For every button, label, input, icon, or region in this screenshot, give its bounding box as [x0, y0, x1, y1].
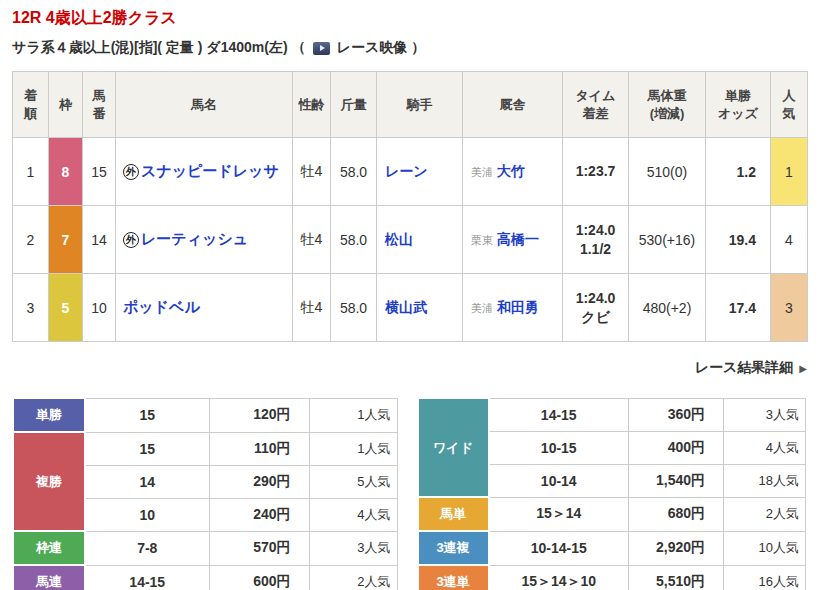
- sex-age-cell: 牡4: [293, 206, 331, 274]
- race-results-table: 着 順 枠 馬 番 馬名 性齢 斤量 騎手 厩舎 タイム 着差 馬体重 (増減)…: [12, 71, 808, 342]
- trainer-link[interactable]: 和田勇: [497, 299, 539, 315]
- payout-combo-cell: 10-15: [489, 431, 629, 464]
- body-weight-cell: 510(0): [629, 138, 706, 206]
- detail-link-label: レース結果詳細: [695, 359, 794, 375]
- video-play-icon: [313, 42, 330, 55]
- col-header-horse-name: 馬名: [116, 72, 293, 138]
- payout-popularity-cell: 5人気: [309, 465, 397, 498]
- stable-cell: 美浦和田勇: [463, 274, 563, 342]
- horse-number-cell: 15: [83, 138, 116, 206]
- col-header-finish: 着 順: [13, 72, 49, 138]
- popularity-cell: 1: [771, 138, 808, 206]
- payout-row: 枠連 7-8 570円 3人気: [13, 531, 397, 565]
- payout-amount-cell: 5,510円: [629, 565, 724, 590]
- result-row-1: 1 8 15 外スナッピードレッサ 牡4 58.0 レーン 美浦大竹 1:23.…: [13, 138, 808, 206]
- foreign-horse-mark-icon: 外: [123, 232, 139, 248]
- trainer-link[interactable]: 高橋一: [497, 231, 539, 247]
- horse-number-cell: 14: [83, 206, 116, 274]
- weight-cell: 58.0: [331, 206, 377, 274]
- sex-age-cell: 牡4: [293, 274, 331, 342]
- payout-popularity-cell: 4人気: [724, 431, 806, 464]
- odds-cell: 1.2: [706, 138, 771, 206]
- right-triangle-icon: ▶: [799, 363, 807, 374]
- foreign-horse-mark-icon: 外: [123, 164, 139, 180]
- payout-row: 複勝 15 110円 1人気: [13, 432, 397, 465]
- sex-age-cell: 牡4: [293, 138, 331, 206]
- odds-cell: 19.4: [706, 206, 771, 274]
- jockey-cell: 横山武: [377, 274, 463, 342]
- payout-table-right: ワイド 14-15 360円 3人気 10-15 400円 4人気 10-14 …: [417, 397, 807, 590]
- payout-amount-cell: 240円: [209, 498, 309, 531]
- race-title: 12R 4歳以上2勝クラス: [12, 8, 807, 29]
- payout-popularity-cell: 3人気: [724, 398, 806, 431]
- payout-combo-cell: 10: [85, 498, 209, 531]
- jockey-link[interactable]: 松山: [385, 231, 413, 247]
- payout-row: 3連複 10-14-15 2,920円 10人気: [418, 531, 806, 565]
- finish-cell: 3: [13, 274, 49, 342]
- horse-name-cell: ポッドベル: [116, 274, 293, 342]
- race-result-page: 12R 4歳以上2勝クラス サラ系４歳以上(混)[指]( 定量 ) ダ1400m…: [0, 0, 819, 590]
- payout-type-cell: 複勝: [13, 432, 85, 531]
- col-header-body-weight: 馬体重 (増減): [629, 72, 706, 138]
- payout-combo-cell: 14-15: [85, 565, 209, 590]
- col-header-weight: 斤量: [331, 72, 377, 138]
- payout-combo-cell: 14-15: [489, 398, 629, 431]
- payout-type-cell: ワイド: [418, 398, 489, 497]
- stable-cell: 美浦大竹: [463, 138, 563, 206]
- payout-combo-cell: 15＞14＞10: [489, 565, 629, 590]
- weight-cell: 58.0: [331, 274, 377, 342]
- trainer-link[interactable]: 大竹: [497, 163, 525, 179]
- frame-cell: 5: [49, 274, 83, 342]
- payout-combo-cell: 14: [85, 465, 209, 498]
- payout-amount-cell: 400円: [629, 431, 724, 464]
- detail-link-row: レース結果詳細▶: [12, 358, 807, 377]
- payout-row: 馬単 15＞14 680円 2人気: [418, 497, 806, 531]
- payout-amount-cell: 2,920円: [629, 531, 724, 565]
- payout-popularity-cell: 2人気: [724, 497, 806, 531]
- col-header-jockey: 騎手: [377, 72, 463, 138]
- payout-type-cell: 3連複: [418, 531, 489, 565]
- stable-region-label: 栗東: [471, 234, 493, 246]
- race-video-link[interactable]: レース映像: [337, 39, 408, 57]
- payout-type-cell: 馬連: [13, 565, 85, 590]
- col-header-time-margin: タイム 着差: [563, 72, 629, 138]
- jockey-link[interactable]: 横山武: [385, 299, 427, 315]
- col-header-odds: 単勝 オッズ: [706, 72, 771, 138]
- payout-row: 単勝 15 120円 1人気: [13, 398, 397, 432]
- payout-combo-cell: 7-8: [85, 531, 209, 565]
- time-margin-cell: 1:23.7: [563, 138, 629, 206]
- payout-row: 馬連 14-15 600円 2人気: [13, 565, 397, 590]
- frame-cell: 8: [49, 138, 83, 206]
- horse-name-cell: 外レーティッシュ: [116, 206, 293, 274]
- results-header-row: 着 順 枠 馬 番 馬名 性齢 斤量 騎手 厩舎 タイム 着差 馬体重 (増減)…: [13, 72, 808, 138]
- payout-amount-cell: 680円: [629, 497, 724, 531]
- body-weight-cell: 480(+2): [629, 274, 706, 342]
- stable-region-label: 美浦: [471, 166, 493, 178]
- payout-type-cell: 枠連: [13, 531, 85, 565]
- time-margin-cell: 1:24.0 クビ: [563, 274, 629, 342]
- payout-amount-cell: 120円: [209, 398, 309, 432]
- jockey-cell: レーン: [377, 138, 463, 206]
- time-margin-cell: 1:24.0 1.1/2: [563, 206, 629, 274]
- race-result-detail-link[interactable]: レース結果詳細▶: [695, 359, 807, 375]
- weight-cell: 58.0: [331, 138, 377, 206]
- payout-popularity-cell: 2人気: [309, 565, 397, 590]
- horse-name-link[interactable]: ポッドベル: [123, 298, 200, 315]
- payout-combo-cell: 15: [85, 432, 209, 465]
- payout-combo-cell: 10-14: [489, 464, 629, 497]
- horse-name-link[interactable]: スナッピードレッサ: [141, 162, 279, 179]
- col-header-popularity: 人 気: [771, 72, 808, 138]
- finish-cell: 2: [13, 206, 49, 274]
- payout-popularity-cell: 10人気: [724, 531, 806, 565]
- body-weight-cell: 530(+16): [629, 206, 706, 274]
- horse-name-link[interactable]: レーティッシュ: [141, 230, 248, 247]
- popularity-cell: 4: [771, 206, 808, 274]
- payout-popularity-cell: 16人気: [724, 565, 806, 590]
- payout-combo-cell: 15＞14: [489, 497, 629, 531]
- jockey-link[interactable]: レーン: [385, 163, 428, 179]
- payout-amount-cell: 110円: [209, 432, 309, 465]
- race-conditions-bar: サラ系４歳以上(混)[指]( 定量 ) ダ1400m(左) （ レース映像 ）: [12, 39, 807, 57]
- payout-type-cell: 3連単: [418, 565, 489, 590]
- payout-popularity-cell: 18人気: [724, 464, 806, 497]
- col-header-frame: 枠: [49, 72, 83, 138]
